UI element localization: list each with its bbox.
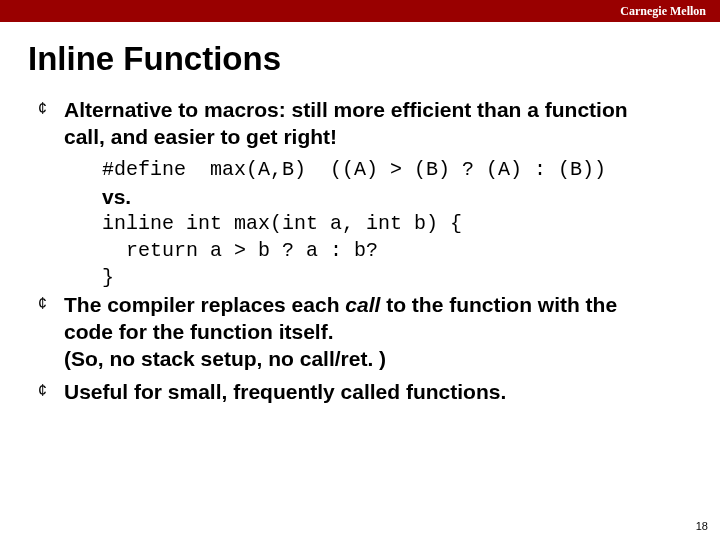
bullet-2: ¢ The compiler replaces each call to the…: [38, 291, 690, 372]
bullet-1-line-b: call, and easier to get right!: [64, 125, 337, 148]
code-inline-3: }: [102, 264, 660, 291]
bullet-1-line-a: Alternative to macros: still more effici…: [64, 98, 628, 121]
bullet-2-line-a-ital: call: [345, 293, 380, 316]
bullet-2-text: The compiler replaces each call to the f…: [64, 291, 690, 372]
bullet-glyph: ¢: [38, 291, 64, 317]
bullet-2-line-a-post: to the function with the: [380, 293, 617, 316]
bullet-glyph: ¢: [38, 96, 64, 122]
slide-title: Inline Functions: [28, 40, 720, 78]
bullet-glyph: ¢: [38, 378, 64, 404]
bullet-1: ¢ Alternative to macros: still more effi…: [38, 96, 690, 150]
bullet-2-line-c: (So, no stack setup, no call/ret. ): [64, 347, 386, 370]
brand-label: Carnegie Mellon: [620, 4, 706, 19]
vs-label: vs.: [102, 183, 660, 210]
top-bar: Carnegie Mellon: [0, 0, 720, 22]
code-inline-2: return a > b ? a : b?: [102, 237, 660, 264]
bullet-2-line-a-pre: The compiler replaces each: [64, 293, 345, 316]
bullet-1-text: Alternative to macros: still more effici…: [64, 96, 690, 150]
code-define: #define max(A,B) ((A) > (B) ? (A) : (B)): [102, 156, 660, 183]
content-area: ¢ Alternative to macros: still more effi…: [38, 96, 690, 405]
code-inline-1: inline int max(int a, int b) {: [102, 210, 660, 237]
bullet-3: ¢ Useful for small, frequently called fu…: [38, 378, 690, 405]
bullet-3-text: Useful for small, frequently called func…: [64, 378, 690, 405]
page-number: 18: [696, 520, 708, 532]
bullet-2-line-b: code for the function itself.: [64, 320, 334, 343]
